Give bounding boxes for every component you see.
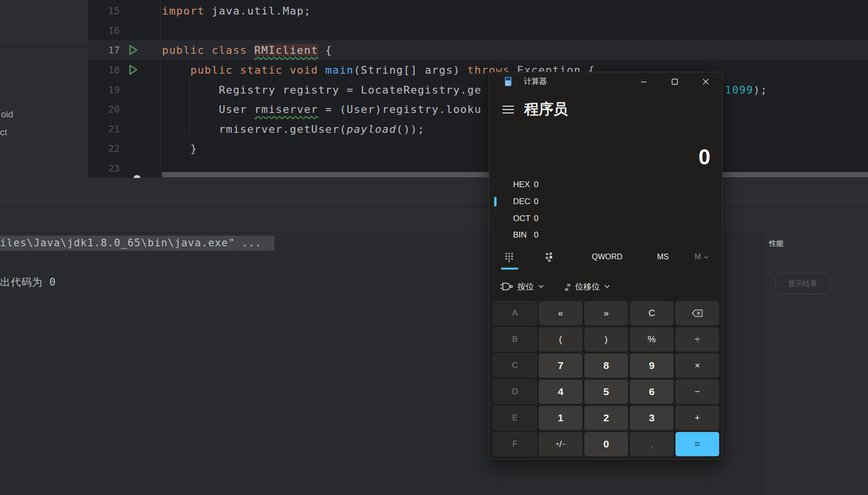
calculator-titlebar[interactable]: 计算器 [489,72,722,91]
minimize-icon [641,79,647,85]
calc-key-plus[interactable]: + [675,406,719,430]
calc-key-8[interactable]: 8 [584,353,628,378]
line-number: 21 [88,119,120,139]
bitwise-dropdown-button[interactable]: 按位 [497,281,547,293]
word-size-button[interactable]: QWORD [584,248,630,266]
calc-key-hex-d[interactable]: D [493,380,537,404]
bit-shift-icon: »« [563,282,571,291]
calc-key-hex-a[interactable]: A [493,301,537,325]
full-keypad-icon [504,252,514,262]
window-maximize-button[interactable] [659,72,690,91]
logic-gate-icon [500,282,513,291]
calc-key-divide[interactable]: ÷ [675,327,719,351]
bit-shift-dropdown-button[interactable]: »« 位移位 [560,281,613,293]
window-close-button[interactable] [690,72,721,91]
run-toolwindow-header [0,178,868,208]
radix-row-dec[interactable]: DEC 0 [489,193,723,210]
static-method-call: payload [347,123,397,135]
show-results-button[interactable]: 显示结果 [775,273,830,294]
calc-key-7[interactable]: 7 [539,353,582,378]
radix-row-oct[interactable]: OCT 0 [489,210,723,227]
code-text: ); [754,84,768,96]
menu-hamburger-button[interactable] [502,106,515,113]
memory-menu-label: M [694,253,701,261]
calc-key-minus[interactable]: − [675,380,719,404]
line-number: 15 [88,1,120,21]
calc-key-4[interactable]: 4 [539,380,582,404]
calc-key-negate[interactable]: +/− [539,432,582,456]
line-number: 22 [88,139,120,159]
calc-key-1[interactable]: 1 [539,406,582,430]
calc-key-hex-b[interactable]: B [493,327,537,351]
calc-key-open-paren[interactable]: ( [539,327,582,351]
radix-value: 0 [534,230,538,240]
screen: { "colors":{"accent":"#4CC2FF","keyword"… [0,0,868,495]
radix-rows: HEX 0 DEC 0 OCT 0 BIN 0 [489,176,723,244]
calc-key-backspace[interactable] [675,301,719,325]
code-text: User [162,103,254,115]
calc-key-9[interactable]: 9 [630,353,674,378]
window-minimize-button[interactable] [628,72,659,91]
calc-key-equals[interactable]: = [675,432,719,456]
editor-gutter: 151617181920212223 [88,1,120,178]
calc-key-multiply[interactable]: × [675,353,719,378]
side-panel-divider [0,47,88,48]
code-line-15: import java.util.Map; [162,1,311,21]
selected-radix-indicator [494,197,497,207]
console-command-line: iles\Java\jdk1.8.0_65\bin\java.exe" ... [0,236,274,251]
calc-key-close-paren[interactable]: ) [584,327,628,351]
backspace-icon [692,309,703,317]
maximize-icon [672,79,678,85]
line-number: 17 [88,40,120,60]
chevron-down-icon [538,285,544,288]
chevron-down-icon [604,285,610,288]
memory-menu-button[interactable]: M [689,248,714,266]
calc-key-2[interactable]: 2 [584,406,628,430]
calc-key-rsh[interactable]: » [584,301,628,325]
bitwise-label: 按位 [517,281,534,292]
performance-panel-divider [762,257,868,257]
line-number: 20 [88,99,120,119]
hamburger-icon [502,106,514,107]
line-number: 23 [88,159,120,178]
keyword: import [162,5,205,17]
radix-row-hex[interactable]: HEX 0 [489,176,723,193]
calculator-window-title: 计算器 [524,72,547,91]
calc-key-clear[interactable]: C [630,301,674,325]
code-line-19: Registry registry = LocateRegistry.ge [162,80,482,100]
performance-panel: 性能 显示结果 [762,232,868,495]
calc-key-hex-f[interactable]: F [493,432,537,456]
full-keypad-toggle-button[interactable] [497,248,521,266]
code-text: ()); [396,123,425,135]
calc-key-6[interactable]: 6 [630,380,674,404]
calc-key-decimal[interactable]: . [630,432,674,456]
run-gutter-icon[interactable] [129,64,138,75]
memory-store-button[interactable]: MS [649,248,676,266]
radix-label: HEX [513,180,534,190]
bitwise-toolbar: 按位 »« 位移位 [497,278,613,295]
side-panel-text-fragment: ct [0,127,7,138]
calc-key-5[interactable]: 5 [584,380,628,404]
run-toolbar-row [0,208,868,232]
run-gutter-icon[interactable] [129,45,138,55]
code-text: Registry registry = LocateRegistry.ge [162,84,482,96]
calculator-mode-title: 程序员 [524,99,568,119]
calc-key-percent[interactable]: % [630,327,674,351]
calc-key-0[interactable]: 0 [584,432,628,456]
radix-label: BIN [513,230,534,240]
radix-row-bin[interactable]: BIN 0 [489,227,723,244]
code-line-17: public class RMIclient { [162,40,333,60]
calc-key-hex-c[interactable]: C [493,353,537,378]
code-line-20: User rmiserver = (User)registry.looku [162,99,482,119]
bit-toggle-keypad-button[interactable] [537,248,561,266]
calculator-display: 0 [699,145,710,169]
calculator-window[interactable]: 计算器 程序员 0 HEX 0 DEC 0 OCT 0 [489,72,723,460]
calc-key-lsh[interactable]: « [539,301,582,325]
project-side-panel: oid ct [0,0,88,178]
class-name-identifier: RMIclient [254,44,318,56]
code-text: rmiserver.getUser( [162,123,347,135]
calc-key-hex-e[interactable]: E [493,406,537,430]
keypad-toggle-row: QWORD MS M [489,248,723,267]
calc-key-3[interactable]: 3 [630,406,674,430]
code-editor[interactable]: 151617181920212223 import java.util.Map;… [88,0,868,178]
